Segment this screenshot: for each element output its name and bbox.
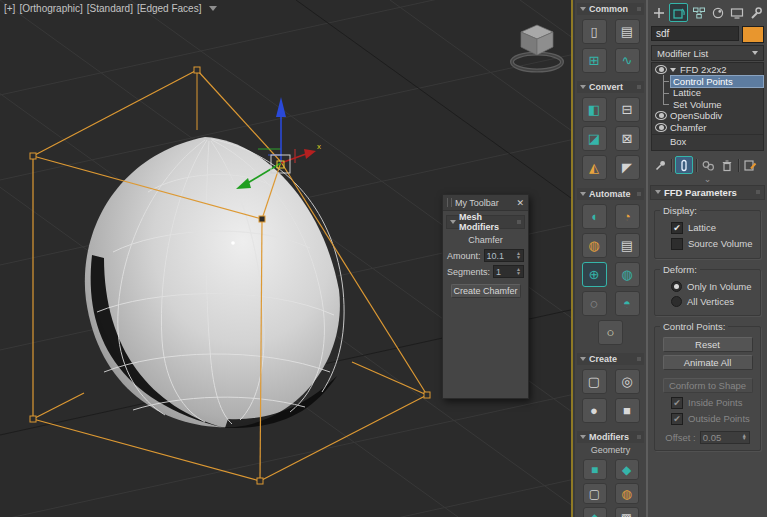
make-unique-icon[interactable] xyxy=(700,157,716,173)
folder-settings-icon[interactable]: ⊞ xyxy=(582,48,607,73)
visibility-eye-icon[interactable] xyxy=(655,123,667,132)
section-header-modifiers[interactable]: Modifiers xyxy=(577,431,644,443)
lattice-checkbox-row[interactable]: ✔ Lattice xyxy=(671,222,758,234)
inside-points-checkbox-row[interactable]: ✔ Inside Points xyxy=(671,397,758,409)
stack-row-modifier-chamfer[interactable]: Chamfer xyxy=(652,122,763,134)
viewport-shading-menu[interactable]: [Edged Faces] xyxy=(137,3,201,14)
sphere-icon[interactable]: ● xyxy=(582,398,607,423)
modify-tab-icon[interactable] xyxy=(669,3,688,22)
stack-row-label[interactable]: Chamfer xyxy=(668,122,763,133)
source-volume-checkbox-row[interactable]: Source Volume xyxy=(671,238,758,250)
modifier-list-dropdown[interactable]: Modifier List xyxy=(651,45,764,61)
checkbox-unchecked-icon[interactable] xyxy=(671,238,683,250)
view-cube[interactable] xyxy=(512,25,562,71)
my-toolbar-dialog[interactable]: My Toolbar ✕ Mesh Modifiers Chamfer Amou… xyxy=(442,194,529,399)
tessellate-icon[interactable]: ▩ xyxy=(615,507,639,517)
motion-curve-icon[interactable]: ∿ xyxy=(615,48,640,73)
subdivide-icon[interactable]: ■ xyxy=(583,459,607,480)
outside-points-checkbox-row[interactable]: ✔ Outside Points xyxy=(671,413,758,425)
publish-globe-icon[interactable]: ◍ xyxy=(582,233,607,258)
radio-selected-icon[interactable] xyxy=(671,281,682,292)
export-planet-icon[interactable]: ◔ xyxy=(615,204,640,229)
close-icon[interactable]: ✕ xyxy=(516,198,524,208)
spinner-arrows-icon[interactable]: ▲▼ xyxy=(516,268,521,274)
box-icon[interactable]: ▢ xyxy=(582,369,607,394)
visibility-eye-icon[interactable] xyxy=(655,65,667,74)
viewport-pov-menu[interactable]: [Orthographic] xyxy=(19,3,82,14)
schematic-view-icon[interactable]: ⊟ xyxy=(615,97,640,122)
checkbox-checked-icon[interactable]: ✔ xyxy=(671,413,683,425)
task-list-icon[interactable]: ▤ xyxy=(615,19,640,44)
stack-row-label[interactable]: FFD 2x2x2 xyxy=(678,64,763,75)
stack-row-modifier-opensubdiv[interactable]: OpenSubdiv xyxy=(652,110,763,122)
object-color-swatch[interactable] xyxy=(742,26,764,43)
plane-icon[interactable]: ■ xyxy=(615,398,640,423)
section-header-common[interactable]: Common xyxy=(577,3,644,15)
stack-row-label[interactable]: Control Points xyxy=(671,76,763,87)
toolbox-column[interactable]: Common▯▤⊞∿Convert◧⊟◪⊠◭◤Automate◖◔◍▤⊕◍◌◓○… xyxy=(575,0,648,517)
display-tab-icon[interactable] xyxy=(728,4,745,21)
hierarchy-tab-icon[interactable] xyxy=(690,4,707,21)
checkbox-checked-icon[interactable]: ✔ xyxy=(671,397,683,409)
stack-row-label[interactable]: Set Volume xyxy=(671,99,763,110)
conform-to-shape-button[interactable]: Conform to Shape xyxy=(663,378,753,393)
cylinder-icon[interactable]: ◎ xyxy=(615,369,640,394)
render-preview-icon[interactable]: ◖ xyxy=(582,204,607,229)
motion-tab-icon[interactable] xyxy=(709,4,726,21)
stack-row-base-object-box[interactable]: Box xyxy=(652,134,763,148)
pin-stack-icon[interactable] xyxy=(652,157,668,173)
spinner-arrows-icon[interactable]: ▲▼ xyxy=(516,252,521,258)
viewport-renderer-menu[interactable]: [Standard] xyxy=(87,3,133,14)
section-header-create[interactable]: Create xyxy=(577,353,644,365)
turbosmooth-icon[interactable]: ◍ xyxy=(615,483,639,504)
smooth-icon[interactable]: ◆ xyxy=(583,507,607,517)
segments-spinner[interactable]: 1 ▲▼ xyxy=(493,265,524,278)
configure-modifier-sets-icon[interactable] xyxy=(742,157,758,173)
stack-row-label[interactable]: Lattice xyxy=(671,87,763,98)
ffd-parameters-rollout-header[interactable]: FFD Parameters xyxy=(650,185,765,200)
all-vertices-radio-row[interactable]: All Vertices xyxy=(671,296,758,307)
radio-unselected-icon[interactable] xyxy=(671,296,682,307)
stack-row-ffd-control-points[interactable]: Control Points xyxy=(652,76,763,88)
planet-gray-icon[interactable]: ◌ xyxy=(582,291,607,316)
utilities-tab-icon[interactable] xyxy=(747,4,764,21)
stack-row-label[interactable]: OpenSubdiv xyxy=(668,110,763,121)
light-bulb-icon[interactable]: ○ xyxy=(598,320,623,345)
create-chamfer-button[interactable]: Create Chamfer xyxy=(451,284,521,298)
lattice-box-icon[interactable]: ▢ xyxy=(583,483,607,504)
script-icon[interactable]: ▤ xyxy=(615,233,640,258)
dialog-titlebar[interactable]: My Toolbar ✕ xyxy=(443,195,528,211)
stack-row-modifier-ffd-2x2x2[interactable]: FFD 2x2x2 xyxy=(652,64,763,76)
convert-to-mesh-icon[interactable]: ◧ xyxy=(582,97,607,122)
collapse-stack-icon[interactable]: ⊠ xyxy=(615,126,640,151)
checkbox-checked-icon[interactable]: ✔ xyxy=(671,222,683,234)
expand-triangle-icon[interactable] xyxy=(670,68,676,72)
stack-row-label[interactable]: Box xyxy=(668,136,763,147)
new-document-icon[interactable]: ▯ xyxy=(582,19,607,44)
create-tab-icon[interactable] xyxy=(650,4,667,21)
remove-modifier-icon[interactable] xyxy=(719,157,735,173)
stack-row-ffd-lattice[interactable]: Lattice xyxy=(652,87,763,99)
hammer-icon[interactable]: ◤ xyxy=(615,155,640,180)
stack-row-ffd-set-volume[interactable]: Set Volume xyxy=(652,99,763,111)
section-header-automate[interactable]: Automate xyxy=(577,188,644,200)
object-name-field[interactable]: sdf xyxy=(651,26,739,41)
amount-spinner[interactable]: 10.1 ▲▼ xyxy=(484,249,524,262)
chamfer-icon[interactable]: ◆ xyxy=(615,459,639,480)
visibility-eye-icon[interactable] xyxy=(655,111,667,120)
select-gear-icon[interactable]: ◭ xyxy=(582,155,607,180)
animate-all-button[interactable]: Animate All xyxy=(663,355,753,370)
only-in-volume-radio-row[interactable]: Only In Volume xyxy=(671,281,758,292)
offset-spinner[interactable]: 0.05 ▲▼ xyxy=(700,431,750,444)
segments-value[interactable]: 1 xyxy=(496,267,501,277)
show-end-result-icon[interactable] xyxy=(675,156,693,174)
spinner-arrows-icon[interactable]: ▲▼ xyxy=(742,434,747,440)
network-render-icon[interactable]: ⊕ xyxy=(582,262,607,287)
viewport-general-menu[interactable]: [+] xyxy=(4,3,15,14)
planet-ring-icon[interactable]: ◍ xyxy=(615,262,640,287)
mesh-modifiers-rollout-header[interactable]: Mesh Modifiers xyxy=(446,215,525,229)
dome-light-icon[interactable]: ◓ xyxy=(615,291,640,316)
panel-resize-handle[interactable]: ⌄ xyxy=(648,177,767,184)
section-header-convert[interactable]: Convert xyxy=(577,81,644,93)
reset-button[interactable]: Reset xyxy=(663,337,753,352)
